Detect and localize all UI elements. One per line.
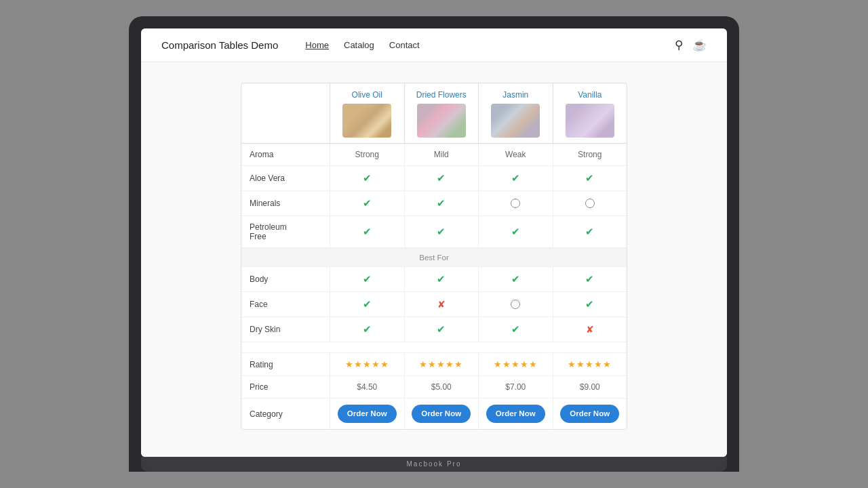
body-jasmin: ✔ [478,267,553,291]
petroleum-jasmin: ✔ [478,216,553,247]
nav-icons: ⚲ ☕ [675,38,707,52]
header-empty [241,83,330,143]
order-button-dried[interactable]: Order Now [412,405,471,423]
label-body: Body [241,267,330,291]
order-button-vanilla[interactable]: Order Now [560,405,619,423]
price-jasmin: $7.00 [478,376,553,398]
label-aloe: Aloe Vera [241,166,330,190]
product-name-vanilla: Vanilla [578,90,601,100]
laptop-base: Macbook Pro [141,457,727,472]
header-vanilla: Vanilla [553,83,627,143]
face-dried: ✘ [404,292,479,317]
laptop-label: Macbook Pro [407,460,462,468]
rating-dried: ★★★★★ [404,353,479,375]
table-row-aroma: Aroma Strong Mild Weak Strong [241,144,627,166]
header-jasmin: Jasmin [478,83,553,143]
body-olive: ✔ [330,267,404,291]
label-face: Face [241,292,330,317]
nav-catalog[interactable]: Catalog [344,40,374,50]
header-dried-flowers: Dried Flowers [404,83,479,143]
petroleum-olive: ✔ [330,216,404,247]
search-icon[interactable]: ⚲ [675,38,683,52]
label-dryskin: Dry Skin [241,317,330,342]
nav-contact[interactable]: Contact [389,40,420,50]
label-price: Price [241,376,330,398]
minerals-jasmin [478,191,553,216]
petroleum-dried: ✔ [404,216,479,247]
navbar: Comparison Tables Demo Home Catalog Cont… [141,28,727,62]
dryskin-olive: ✔ [330,317,404,342]
dryskin-jasmin: ✔ [478,317,553,342]
order-jasmin: Order Now [478,399,553,429]
aroma-jasmin: Weak [478,144,553,165]
minerals-dried: ✔ [404,191,479,216]
comparison-table: Olive Oil Dried Flowers Jasmin Vani [241,83,627,430]
table-row-petroleum: PetroleumFree ✔ ✔ ✔ ✔ [241,216,627,248]
product-name-dried: Dried Flowers [416,90,467,100]
product-img-olive [342,104,391,138]
aroma-vanilla: Strong [553,144,627,165]
petroleum-vanilla: ✔ [553,216,627,247]
order-dried: Order Now [404,399,479,429]
label-petroleum: PetroleumFree [241,216,330,247]
minerals-olive: ✔ [330,191,404,216]
order-button-jasmin[interactable]: Order Now [486,405,545,423]
order-button-olive[interactable]: Order Now [338,405,397,423]
label-rating: Rating [241,353,330,375]
table-row-price: Price $4.50 $5.00 $7.00 $9.00 [241,376,627,399]
table-row-aloe: Aloe Vera ✔ ✔ ✔ ✔ [241,166,627,191]
table-row-face: Face ✔ ✘ ✔ [241,292,627,317]
main-content: Olive Oil Dried Flowers Jasmin Vani [141,62,727,457]
price-dried: $5.00 [404,376,479,398]
product-img-vanilla [566,104,614,138]
product-img-jasmin [491,104,540,138]
dryskin-vanilla: ✘ [553,317,627,342]
order-olive: Order Now [330,399,404,429]
aloe-dried: ✔ [404,166,479,190]
cart-icon[interactable]: ☕ [692,38,707,52]
section-best-for: Best For [241,248,627,267]
face-jasmin [478,292,553,317]
dryskin-dried: ✔ [404,317,479,342]
aloe-vanilla: ✔ [553,166,627,190]
face-olive: ✔ [330,292,404,317]
aroma-dried: Mild [404,144,479,165]
table-row-empty [241,342,627,353]
header-olive-oil: Olive Oil [330,83,404,143]
face-vanilla: ✔ [553,292,627,317]
rating-olive: ★★★★★ [330,353,404,375]
table-row-body: Body ✔ ✔ ✔ ✔ [241,267,627,292]
aloe-olive: ✔ [330,166,404,190]
table-header: Olive Oil Dried Flowers Jasmin Vani [241,83,627,144]
order-vanilla: Order Now [553,399,627,429]
rating-vanilla: ★★★★★ [553,353,627,375]
product-img-dried [417,104,466,138]
body-vanilla: ✔ [553,267,627,291]
rating-jasmin: ★★★★★ [478,353,553,375]
aroma-olive: Strong [330,144,404,165]
nav-home[interactable]: Home [305,40,329,50]
table-row-minerals: Minerals ✔ ✔ [241,191,627,216]
product-name-jasmin: Jasmin [502,90,528,100]
label-category: Category [241,399,330,429]
aloe-jasmin: ✔ [478,166,553,190]
label-aroma: Aroma [241,144,330,165]
nav-links: Home Catalog Contact [305,40,675,50]
label-minerals: Minerals [241,191,330,216]
price-vanilla: $9.00 [553,376,627,398]
product-name-olive: Olive Oil [352,90,382,100]
brand-title: Comparison Tables Demo [161,39,278,51]
price-olive: $4.50 [330,376,404,398]
minerals-vanilla [553,191,627,216]
table-row-order: Category Order Now Order Now Order Now O… [241,399,627,429]
table-row-rating: Rating ★★★★★ ★★★★★ ★★★★★ ★★★★★ [241,353,627,376]
table-row-dryskin: Dry Skin ✔ ✔ ✔ ✘ [241,317,627,342]
body-dried: ✔ [404,267,479,291]
